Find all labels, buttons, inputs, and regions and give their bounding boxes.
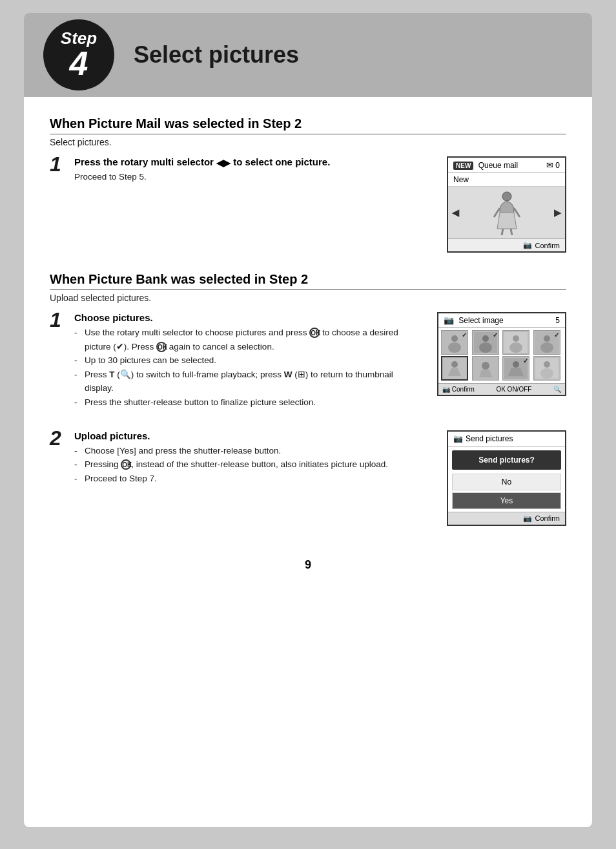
cs1-queue-label: Queue mail [478, 161, 518, 170]
thumb-2 [472, 330, 499, 355]
step-circle: Step 4 [43, 19, 114, 90]
section1-step1: 1 Press the rotary multi selector ◀▶ to … [50, 156, 434, 184]
section2-title: When Picture Bank was selected in Step 2 [50, 272, 566, 290]
cs3-cam-icon: 📷 [453, 434, 463, 443]
cs1-new-area: NEW Queue mail [453, 161, 518, 170]
cs3-confirm-label: Confirm [535, 514, 560, 522]
bullet-item: Proceed to Step 7. [74, 472, 434, 486]
bullet-item: Press T (🔍) to switch to full-frame play… [74, 368, 424, 395]
camera-screen-send-pictures: 📷 Send pictures Send pictures? No Yes 📷 … [447, 430, 566, 526]
page: Step 4 Select pictures When Picture Mail… [24, 13, 592, 827]
section1-subtitle: Select pictures. [50, 137, 566, 147]
svg-line-4 [514, 208, 520, 217]
svg-marker-2 [497, 213, 517, 229]
cs2-count: 5 [555, 316, 560, 325]
cs3-dialog: Send pictures? [452, 450, 561, 470]
section2-step2-num: 2 [50, 428, 68, 448]
page-header: Step 4 Select pictures [24, 13, 592, 97]
arrow-left-icon: ◀▶ [216, 158, 231, 168]
thumb-6 [472, 356, 499, 381]
section2-step1-left: 1 Choose pictures. Use the rotary multi … [50, 312, 424, 420]
section1-step1-left: 1 Press the rotary multi selector ◀▶ to … [50, 156, 434, 194]
cs2-confirm-label: 📷 Confirm [442, 386, 475, 393]
section1-step1-row: 1 Press the rotary multi selector ◀▶ to … [50, 156, 566, 253]
left-arrow-icon: ◀ [452, 207, 459, 218]
section2-subtitle: Upload selected pictures. [50, 293, 566, 303]
cs2-title-area: 📷 Select image [444, 315, 504, 325]
bullet-item: Choose [Yes] and press the shutter-relea… [74, 444, 434, 458]
cs3-no-option[interactable]: No [452, 474, 561, 490]
svg-point-9 [448, 342, 461, 353]
camera-screen-select-image: 📷 Select image 5 [437, 312, 566, 396]
ok-button-icon: OK [309, 328, 320, 338]
section-picture-mail: When Picture Mail was selected in Step 2… [50, 116, 566, 253]
section2-step2-bullets: Choose [Yes] and press the shutter-relea… [74, 444, 434, 486]
thumb-5 [441, 356, 468, 381]
thumb-1 [441, 330, 468, 355]
section2-step1-content: Choose pictures. Use the rotary multi se… [68, 312, 424, 410]
svg-point-23 [482, 362, 489, 370]
svg-point-17 [544, 335, 550, 342]
svg-point-15 [509, 342, 522, 353]
step-number: 4 [70, 47, 88, 80]
cs2-ok-label: OK ON/OFF [496, 386, 531, 393]
cs2-cam-icon2: 📷 [442, 386, 450, 393]
section2-step2-title: Upload pictures. [74, 430, 434, 441]
thumb-8 [533, 356, 560, 381]
cs2-zoom-icon: 🔍 [553, 386, 561, 393]
cs1-new-badge: NEW [453, 162, 473, 170]
section2-step1: 1 Choose pictures. Use the rotary multi … [50, 312, 424, 410]
svg-point-11 [482, 335, 489, 342]
svg-point-12 [479, 342, 492, 353]
section2-step2-row: 2 Upload pictures. Choose [Yes] and pres… [50, 430, 566, 526]
camera-icon: 📷 [444, 315, 454, 325]
thumb-3 [502, 330, 529, 355]
cs1-mail-area: ✉ 0 [546, 160, 560, 170]
right-arrow-icon: ▶ [554, 207, 561, 218]
cs1-count: 0 [555, 161, 560, 170]
cs3-yes-option[interactable]: Yes [452, 492, 561, 509]
cs2-header: 📷 Select image 5 [438, 313, 565, 328]
cs2-image-grid [438, 328, 565, 383]
cs3-cam-icon2: 📷 [523, 514, 532, 523]
page-title: Select pictures [134, 41, 299, 68]
cs3-footer: 📷 Confirm [448, 512, 565, 525]
section2-step2: 2 Upload pictures. Choose [Yes] and pres… [50, 430, 434, 486]
page-content: When Picture Mail was selected in Step 2… [24, 97, 592, 598]
section2-step1-bullets: Use the rotary multi selector to choose … [74, 326, 424, 410]
svg-point-8 [451, 335, 458, 342]
svg-line-6 [511, 229, 512, 235]
camera-screen-3-container: 📷 Send pictures Send pictures? No Yes 📷 … [447, 430, 566, 526]
w-key: W [284, 370, 293, 379]
section2-step2-content: Upload pictures. Choose [Yes] and press … [68, 430, 434, 486]
bullet-item: Use the rotary multi selector to choose … [74, 326, 424, 353]
svg-line-5 [502, 229, 503, 235]
page-number: 9 [50, 545, 566, 578]
camera-screen-2-container: 📷 Select image 5 [437, 312, 566, 396]
svg-point-30 [540, 368, 553, 379]
step1-body: Proceed to Step 5. [74, 171, 434, 184]
thumb-4 [533, 330, 560, 355]
cs1-image-area: ◀ [448, 187, 565, 238]
cs2-footer: 📷 Confirm OK ON/OFF 🔍 [438, 383, 565, 395]
svg-point-26 [513, 361, 519, 368]
section2-step1-num: 1 [50, 309, 68, 330]
bullet-item: Up to 30 pictures can be selected. [74, 353, 424, 368]
bullet-item: Pressing OK, instead of the shutter-rele… [74, 457, 434, 472]
section2-step2-left: 2 Upload pictures. Choose [Yes] and pres… [50, 430, 434, 496]
section2-step1-row: 1 Choose pictures. Use the rotary multi … [50, 312, 566, 420]
svg-point-20 [451, 361, 458, 368]
person-svg [491, 190, 523, 235]
svg-point-29 [544, 361, 550, 368]
svg-point-14 [513, 335, 519, 342]
svg-line-3 [494, 208, 500, 217]
cs3-options: No Yes [452, 474, 561, 509]
cs2-title: Select image [458, 316, 503, 325]
step1-content: Press the rotary multi selector ◀▶ to se… [68, 156, 434, 184]
cs1-header: NEW Queue mail ✉ 0 [448, 158, 565, 173]
cs1-footer: 📷 Confirm [448, 238, 565, 251]
step1-title: Press the rotary multi selector ◀▶ to se… [74, 156, 434, 168]
camera-screen-1-container: NEW Queue mail ✉ 0 New ◀ [447, 156, 566, 253]
svg-point-18 [540, 342, 553, 353]
ok-circle-icon: OK [121, 459, 131, 470]
